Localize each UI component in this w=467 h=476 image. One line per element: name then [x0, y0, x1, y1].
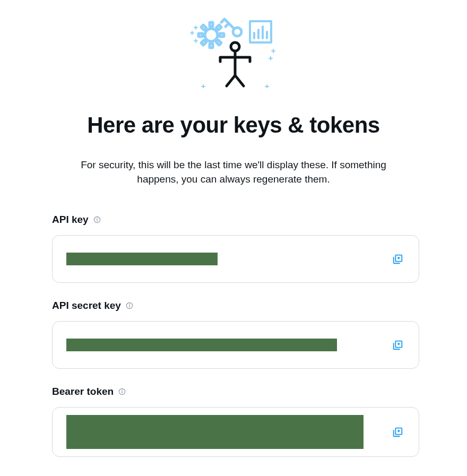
- svg-point-0: [205, 29, 218, 41]
- bearer-token-label: Bearer token: [52, 386, 114, 397]
- field-api-secret-key: API secret key: [52, 300, 419, 369]
- info-icon[interactable]: [118, 387, 126, 396]
- api-key-value: [66, 253, 218, 265]
- field-api-key: API key: [52, 214, 419, 283]
- svg-rect-1: [210, 22, 213, 27]
- copy-bearer-token-button[interactable]: [391, 426, 404, 438]
- page-title: Here are your keys & tokens: [87, 112, 379, 138]
- svg-point-11: [231, 42, 239, 51]
- api-key-label: API key: [52, 214, 89, 226]
- svg-rect-4: [220, 33, 224, 37]
- field-bearer-token: Bearer token: [52, 386, 419, 457]
- svg-point-21: [122, 390, 123, 391]
- copy-api-secret-key-button[interactable]: [391, 339, 404, 351]
- svg-rect-8: [216, 40, 221, 45]
- svg-rect-6: [201, 40, 206, 45]
- keys-tokens-illustration: [188, 8, 279, 88]
- bearer-token-value: [66, 415, 364, 449]
- svg-rect-18: [129, 305, 129, 307]
- svg-point-13: [97, 218, 98, 219]
- svg-point-17: [129, 304, 130, 305]
- info-icon[interactable]: [125, 301, 134, 310]
- svg-rect-2: [210, 44, 213, 48]
- page-subtitle: For security, this will be the last time…: [64, 158, 403, 186]
- copy-api-key-button[interactable]: [391, 253, 404, 265]
- svg-rect-5: [216, 25, 221, 30]
- api-secret-key-label: API secret key: [52, 300, 121, 311]
- svg-rect-14: [97, 219, 97, 221]
- api-secret-key-value: [66, 339, 337, 351]
- info-icon[interactable]: [93, 215, 101, 224]
- svg-rect-7: [201, 25, 206, 30]
- svg-rect-22: [122, 391, 123, 393]
- svg-rect-3: [198, 33, 203, 37]
